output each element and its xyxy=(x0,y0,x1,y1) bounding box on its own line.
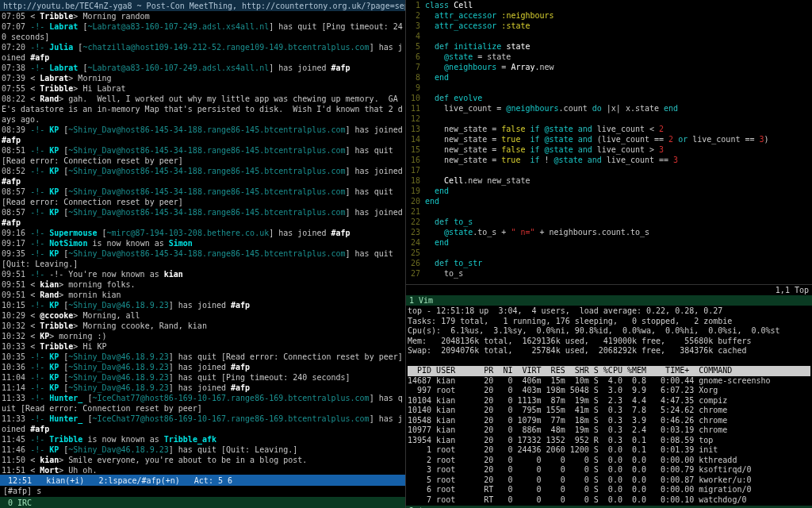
vim-line: 2 attr_accessor :neighbours xyxy=(408,10,810,21)
top-process-row: 14687 kian 20 0 406m 15m 10m S 4.0 0.8 0… xyxy=(408,376,810,387)
vim-line: 25 xyxy=(408,248,810,258)
irc-line: 09:17 -!- NotSimon is now known as Simon xyxy=(2,238,404,248)
vim-line: 9 xyxy=(408,83,810,93)
top-summary-line: Tasks: 179 total, 1 running, 176 sleepin… xyxy=(408,317,810,327)
irc-line: 08:52 -!- KP [~Shiny_Dav@host86-145-34-1… xyxy=(2,166,404,187)
vim-line: 1class Cell xyxy=(408,0,810,10)
irc-line: 07:07 -!- Labrat [~Labrat@a83-160-107-24… xyxy=(2,21,404,42)
irc-line: 07:38 -!- Labrat [~Labrat@a83-160-107-24… xyxy=(2,63,404,73)
vim-line: 19 end xyxy=(408,186,810,196)
irc-line: 10:33 < Tribble> Hi KP xyxy=(2,341,404,352)
top-process-row: 2 root 20 0 0 0 0 S 0.0 0.0 0:00.00 kthr… xyxy=(408,456,810,466)
irc-line: 10:29 < @ccooke> Morning, all xyxy=(2,310,404,321)
vim-line: 8 end xyxy=(408,72,810,83)
irc-statusbar: 12:51 kian(+i) 2:lspace/#afp(+n) Act: 5 … xyxy=(0,475,405,486)
top-process-row: 3 root 20 0 0 0 0 S 0.0 0.0 0:00.79 ksof… xyxy=(408,465,810,475)
vim-line: 10 def evolve xyxy=(408,93,810,103)
irc-line: 09:51 < kian> morning folks. xyxy=(2,279,404,290)
top-process-row: 5 root 20 0 0 0 0 S 0.0 0.0 0:00.87 kwor… xyxy=(408,475,810,486)
irc-line: 11:51 < Mort> Uh oh. xyxy=(2,465,404,475)
top-process-row: 13954 kian 20 0 17332 1352 952 R 0.3 0.1… xyxy=(408,436,810,446)
top-process-row: 6 root RT 0 0 0 0 S 0.0 0.0 0:00.00 migr… xyxy=(408,485,810,495)
vim-line: 7 @neighbours = Array.new xyxy=(408,62,810,72)
irc-line: 07:39 < Labrat> Morning xyxy=(2,73,404,83)
vim-line: 5 def initialize state xyxy=(408,41,810,52)
top-summary-line: Cpu(s): 6.1%us, 3.1%sy, 0.0%ni, 90.8%id,… xyxy=(408,326,810,337)
irc-line: 08:57 -!- KP [~Shiny_Dav@host86-145-34-1… xyxy=(2,187,404,207)
irc-line: 11:04 -!- KP [~Shiny_Dav@46.18.9.23] has… xyxy=(2,372,404,383)
irc-line: 11:33 -!- Hunter_ [~IceChat77@host86-169… xyxy=(2,414,404,434)
irc-line: 07:05 < Tribble> Morning random xyxy=(2,11,404,21)
tmux-window-irc[interactable]: 0 IRC xyxy=(0,497,405,508)
irc-line: 08:57 -!- KP [~Shiny_Dav@host86-145-34-1… xyxy=(2,207,404,228)
top-summary-line: top - 12:51:18 up 3:04, 4 users, load av… xyxy=(408,306,810,317)
irc-line: 11:14 -!- KP [~Shiny_Dav@46.18.9.23] has… xyxy=(2,383,404,393)
top-process-row: 10104 kian 20 0 1113m 87m 19m S 2.3 4.4 … xyxy=(408,396,810,406)
vim-line: 4 xyxy=(408,31,810,41)
irc-line: 10:32 < Tribble> Morning ccooke, Rand, k… xyxy=(2,321,404,331)
vim-line: 6 @state = state xyxy=(408,52,810,62)
irc-line: 07:55 < Tribble> Hi Labrat xyxy=(2,83,404,94)
irc-titlebar: http://youtu.be/TEC4nZ-yga8 ~ Post-Con M… xyxy=(0,0,405,11)
irc-line: 10:32 < KP> morning :) xyxy=(2,331,404,341)
vim-statusline: 1,1 Top xyxy=(406,284,812,295)
irc-line: 08:51 -!- KP [~Shiny_Dav@host86-145-34-1… xyxy=(2,145,404,166)
vim-line: 3 attr_accessor :state xyxy=(408,21,810,31)
irc-line: 09:51 < Rand> mornin kian xyxy=(2,290,404,300)
irc-line: 08:22 < Rand> gah. Well, I worked out wh… xyxy=(2,94,404,125)
irc-line: 11:50 < kian> Smile everyone, you're abo… xyxy=(2,455,404,465)
top-process-row: 7 root RT 0 0 0 0 S 0.0 0.0 0:00.10 watc… xyxy=(408,495,810,506)
irc-line: 08:39 -!- KP [~Shiny_Dav@host86-145-34-1… xyxy=(2,125,404,145)
irc-line: 11:45 -!- Tribble is now known as Tribbl… xyxy=(2,434,404,444)
irc-pane: http://youtu.be/TEC4nZ-yga8 ~ Post-Con M… xyxy=(0,0,406,508)
vim-line: 21 xyxy=(408,206,810,217)
vim-line: 26 def to_str xyxy=(408,258,810,268)
irc-line: 10:15 -!- KP [~Shiny_Dav@46.18.9.23] has… xyxy=(2,300,404,310)
vim-line: 13 new_state = false if @state and live_… xyxy=(408,124,810,134)
top-process-list[interactable]: top - 12:51:18 up 3:04, 4 users, load av… xyxy=(406,306,812,506)
vim-line: 12 xyxy=(408,114,810,124)
irc-line: 10:35 -!- KP [~Shiny_Dav@46.18.9.23] has… xyxy=(2,352,404,362)
top-summary-line: Mem: 2048136k total, 1629136k used, 4190… xyxy=(408,337,810,347)
top-process-row: 1 root 20 0 24436 2060 1200 S 0.0 0.1 0:… xyxy=(408,445,810,456)
top-summary-line: Swap: 2094076k total, 25784k used, 20682… xyxy=(408,346,810,356)
irc-line: 09:51 -!- -!- You're now known as kian xyxy=(2,269,404,279)
irc-scrollback[interactable]: 07:05 < Tribble> Morning random07:07 -!-… xyxy=(0,11,405,475)
vim-line: 23 @state.to_s + " n=" + neighbours.coun… xyxy=(408,227,810,237)
vim-line: 18 Cell.new new_state xyxy=(408,175,810,186)
tmux-window-vim[interactable]: 1 Vim xyxy=(406,295,812,306)
vim-line: 11 live_count = @neighbours.count do |x|… xyxy=(408,103,810,114)
vim-line: 22 def to_s xyxy=(408,217,810,227)
top-process-row: 10140 kian 20 0 795m 155m 41m S 0.3 7.8 … xyxy=(408,406,810,416)
vim-buffer[interactable]: 1class Cell2 attr_accessor :neighbours3 … xyxy=(406,0,812,284)
vim-line: 15 new_state = false if @state and live_… xyxy=(408,144,810,155)
top-column-header: PID USER PR NI VIRT RES SHR S %CPU %MEM … xyxy=(408,366,810,376)
irc-line: 07:20 -!- Julia [~chatzilla@host109-149-… xyxy=(2,42,404,63)
irc-line: 11:46 -!- KP [~Shiny_Dav@46.18.9.23] has… xyxy=(2,444,404,455)
vim-line: 14 new_state = true if @state and (live_… xyxy=(408,134,810,144)
irc-line: 09:16 -!- Supermouse [~mirc@87-194-103-2… xyxy=(2,228,404,238)
top-process-row: 10548 kian 20 0 1079m 77m 18m S 0.3 3.9 … xyxy=(408,416,810,426)
top-process-row: 997 root 20 0 403m 198m 5048 S 3.0 9.9 6… xyxy=(408,386,810,396)
right-column: 1class Cell2 attr_accessor :neighbours3 … xyxy=(406,0,812,508)
vim-line: 27 to_s xyxy=(408,268,810,279)
irc-line: 09:35 -!- KP [~Shiny_Dav@host86-145-34-1… xyxy=(2,248,404,269)
irc-line: 11:33 -!- Hunter_ [~IceChat77@host86-169… xyxy=(2,393,404,414)
vim-line: 17 xyxy=(408,165,810,175)
irc-line: 10:36 -!- KP [~Shiny_Dav@46.18.9.23] has… xyxy=(2,362,404,372)
vim-line: 24 end xyxy=(408,237,810,248)
vim-line: 20end xyxy=(408,196,810,206)
vim-line: 16 new_state = true if ! @state and live… xyxy=(408,155,810,165)
irc-input[interactable]: [#afp] s xyxy=(0,486,405,497)
top-process-row: 10977 kian 20 0 886m 48m 19m S 0.3 2.4 0… xyxy=(408,425,810,436)
